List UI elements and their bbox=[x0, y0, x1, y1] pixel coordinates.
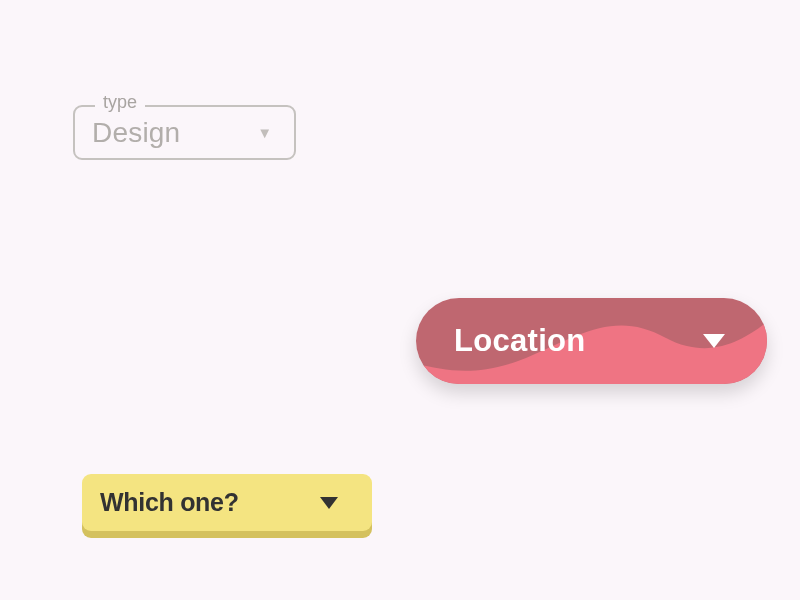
type-select-label: type bbox=[95, 92, 145, 113]
type-select-box: Design ▼ bbox=[73, 105, 296, 160]
chevron-down-icon bbox=[320, 497, 338, 509]
chevron-down-icon: ▼ bbox=[257, 124, 272, 141]
which-select[interactable]: Which one? bbox=[82, 474, 372, 531]
chevron-down-icon bbox=[703, 334, 725, 348]
which-select-label: Which one? bbox=[100, 488, 239, 517]
location-select[interactable]: Location bbox=[416, 298, 767, 384]
type-select-value: Design bbox=[92, 117, 180, 149]
type-select[interactable]: type Design ▼ bbox=[73, 105, 296, 160]
location-select-label: Location bbox=[454, 323, 586, 359]
